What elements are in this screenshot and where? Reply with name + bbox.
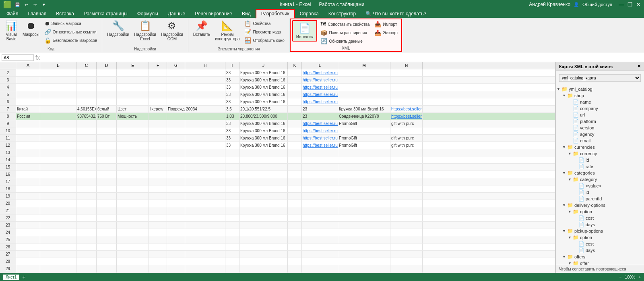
cell[interactable] [97, 207, 117, 214]
cell[interactable] [390, 84, 423, 91]
tree-item-value[interactable]: 📄<value> [557, 183, 643, 189]
cell[interactable] [40, 77, 76, 83]
cell[interactable] [117, 200, 149, 207]
cell[interactable]: https://best.seller.ru/promos/33.jpg [302, 77, 338, 83]
cell[interactable] [390, 200, 423, 207]
cell[interactable] [239, 164, 288, 171]
cell[interactable] [185, 258, 225, 265]
cell[interactable] [16, 69, 40, 76]
cell[interactable] [97, 77, 117, 83]
cell[interactable] [390, 171, 423, 178]
cell[interactable]: 750 Вт [97, 113, 117, 120]
cell[interactable]: gift with purc [390, 142, 423, 149]
cell[interactable] [117, 142, 149, 149]
cell[interactable] [185, 222, 225, 229]
cell[interactable]: 20,1/20.551/22.5 [239, 106, 288, 112]
cell[interactable] [225, 214, 239, 221]
cell[interactable] [76, 207, 97, 214]
cell[interactable] [76, 135, 97, 142]
zoom-in-btn[interactable]: + [638, 275, 641, 279]
cell[interactable] [338, 156, 390, 163]
cell[interactable] [97, 214, 117, 221]
cell[interactable] [185, 214, 225, 221]
cell[interactable] [239, 185, 288, 192]
col-header-J[interactable]: J [239, 62, 288, 69]
cell[interactable] [117, 207, 149, 214]
cell[interactable] [149, 200, 167, 207]
source-btn[interactable]: 📄 Источник [292, 20, 318, 42]
cell[interactable]: https://best.seller.ru/promos/33.jpg [302, 120, 338, 127]
cell[interactable] [149, 149, 167, 156]
cell[interactable] [390, 164, 423, 171]
cell[interactable]: https://best.seller.ru/promos/33.jpg [390, 106, 423, 112]
cell[interactable] [76, 222, 97, 229]
tree-item-del_days[interactable]: 📄days [557, 221, 643, 228]
tab-review[interactable]: Рецензирование [190, 10, 237, 18]
cell[interactable] [185, 164, 225, 171]
cell[interactable]: PromoGift [338, 135, 390, 142]
cell[interactable] [338, 258, 390, 265]
cell[interactable]: Кружка 300 мл Brand 16 [239, 120, 288, 127]
cell[interactable] [97, 273, 117, 273]
cell[interactable] [239, 251, 288, 258]
cell[interactable] [167, 193, 185, 200]
cell[interactable] [302, 149, 338, 156]
cell[interactable] [117, 120, 149, 127]
cell[interactable] [390, 229, 423, 236]
tree-item-del_option[interactable]: ▼📁option [557, 208, 643, 215]
tree-item-parentId[interactable]: 📄parentId [557, 196, 643, 202]
cell[interactable]: Кружка 300 мл Brand 16 [239, 135, 288, 142]
cell[interactable] [338, 164, 390, 171]
tab-home[interactable]: Главная [23, 10, 52, 18]
cell[interactable] [76, 98, 97, 105]
cell[interactable] [167, 142, 185, 149]
com-addins-btn[interactable]: ⚙ Надстройки COM [159, 19, 185, 42]
cell[interactable] [16, 178, 40, 185]
col-header-G[interactable]: G [167, 62, 185, 69]
col-header-L[interactable]: L [302, 62, 338, 69]
cell[interactable] [390, 207, 423, 214]
cell[interactable]: Сэндвичница К220Y9 [338, 113, 390, 120]
cell[interactable] [225, 229, 239, 236]
cell[interactable] [338, 200, 390, 207]
cell[interactable] [40, 265, 76, 272]
cell[interactable] [185, 142, 225, 149]
cell[interactable] [225, 207, 239, 214]
cell[interactable] [185, 149, 225, 156]
cell[interactable] [239, 207, 288, 214]
tab-developer[interactable]: Разработчик [256, 9, 295, 19]
cell[interactable] [97, 222, 117, 229]
cell[interactable] [167, 265, 185, 272]
cell[interactable] [149, 77, 167, 83]
cell[interactable] [302, 156, 338, 163]
cell[interactable] [76, 200, 97, 207]
cell[interactable] [16, 251, 40, 258]
cell[interactable] [225, 244, 239, 250]
cell[interactable]: Россия [16, 113, 40, 120]
tab-view[interactable]: Вид [237, 10, 256, 18]
cell[interactable] [76, 164, 97, 171]
cell[interactable] [97, 84, 117, 91]
cell[interactable] [16, 273, 40, 273]
cell[interactable]: gift with purc [390, 120, 423, 127]
tree-item-version[interactable]: 📄version [557, 125, 643, 131]
cell[interactable] [288, 120, 302, 127]
cell[interactable] [338, 207, 390, 214]
cell[interactable] [167, 273, 185, 273]
cell[interactable] [239, 200, 288, 207]
cell[interactable] [302, 207, 338, 214]
cell[interactable] [40, 258, 76, 265]
cell[interactable] [40, 185, 76, 192]
cell[interactable]: Мощность [117, 113, 149, 120]
cell[interactable] [185, 91, 225, 98]
cell[interactable] [167, 207, 185, 214]
cell[interactable] [117, 178, 149, 185]
tab-formulas[interactable]: Формулы [132, 10, 163, 18]
cell[interactable] [76, 258, 97, 265]
cell[interactable] [40, 69, 76, 76]
cell[interactable] [239, 193, 288, 200]
cell[interactable] [117, 84, 149, 91]
cell[interactable] [97, 258, 117, 265]
cell[interactable] [288, 142, 302, 149]
minimize-btn[interactable]: — [619, 1, 624, 8]
